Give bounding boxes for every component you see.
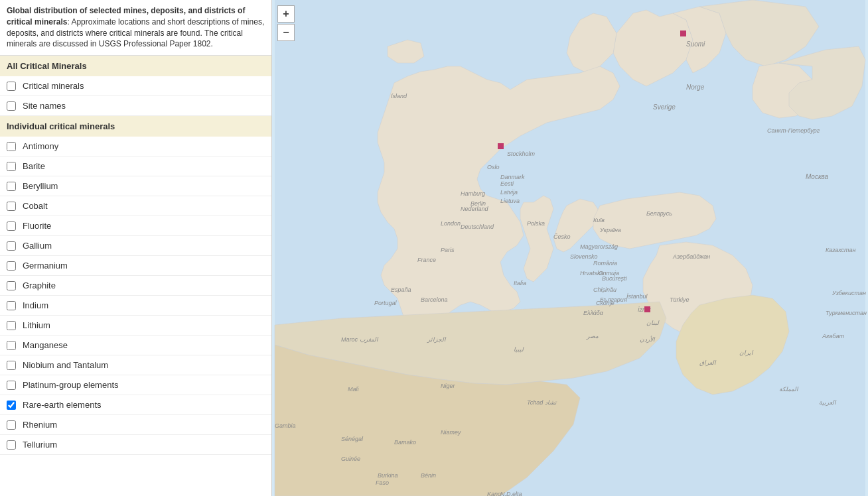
checkbox-item-cobalt[interactable]: Cobalt (0, 196, 271, 216)
label-slovensko: Slovensko (570, 253, 598, 260)
label-makedonia: Скопjе (596, 300, 615, 306)
checkbox-germanium[interactable] (7, 261, 16, 271)
label-uzbekistan: Узбекистан (832, 290, 866, 296)
label-antimony: Antimony (23, 141, 58, 151)
checkbox-rhenium[interactable] (7, 420, 16, 430)
label-mali: Mali (348, 386, 360, 393)
checkbox-item-tellurium[interactable]: Tellurium (0, 435, 271, 455)
map-svg: Norge Sverige Suomi Санкт-Петербург Моск… (272, 0, 868, 496)
checkbox-beryllium[interactable] (7, 182, 16, 191)
label-portugal: Portugal (374, 300, 398, 306)
checkbox-item-barite[interactable]: Barite (0, 156, 271, 176)
marker-finland (680, 31, 686, 36)
zoom-in-button[interactable]: + (277, 5, 295, 23)
label-london: London (441, 220, 461, 227)
label-barite: Barite (23, 161, 45, 171)
label-maroc: Maroc المغرب (341, 336, 379, 343)
label-latvija: Latvija (500, 189, 518, 196)
sidebar: Global distribution of selected mines, d… (0, 0, 272, 496)
label-barcelona: Barcelona (421, 296, 448, 303)
label-lietuva: Lietuva (500, 198, 520, 204)
label-azerbaijian: Азербайджан (672, 253, 710, 260)
label-niobium-tantalum: Niobium and Tantalum (23, 360, 108, 370)
marker-sweden (498, 143, 504, 149)
checkbox-gallium[interactable] (7, 241, 16, 251)
label-espana: España (391, 286, 411, 293)
checkbox-item-beryllium[interactable]: Beryllium (0, 176, 271, 196)
checkbox-platinum-group[interactable] (7, 381, 16, 390)
checkbox-item-antimony[interactable]: Antimony (0, 137, 271, 156)
label-egypt: مصر (586, 333, 599, 340)
label-niamey: Niamey (441, 429, 461, 436)
map-controls: + − (277, 5, 295, 41)
intro-section: Global distribution of selected mines, d… (0, 0, 271, 56)
checkbox-graphite[interactable] (7, 281, 16, 290)
checkbox-indium[interactable] (7, 301, 16, 310)
individual-minerals-header: Individual critical minerals (0, 116, 271, 137)
label-istanbul: İstanbul (626, 293, 648, 300)
checkbox-fluorite[interactable] (7, 221, 16, 231)
checkbox-item-gallium[interactable]: Gallium (0, 236, 271, 256)
label-turkiye: Türkiye (670, 296, 689, 303)
individual-minerals-list: AntimonyBariteBerylliumCobaltFluoriteGal… (0, 137, 271, 455)
label-faso: Faso (376, 479, 389, 486)
all-minerals-list: Critical mineralsSite names (0, 76, 271, 116)
checkbox-niobium-tantalum[interactable] (7, 361, 16, 370)
checkbox-antimony[interactable] (7, 142, 16, 151)
label-fluorite: Fluorite (23, 221, 51, 231)
checkbox-lithium[interactable] (7, 321, 16, 330)
svg-text:Сптиja: Сптиja (599, 270, 619, 277)
label-france: France (417, 257, 436, 263)
checkbox-item-lithium[interactable]: Lithium (0, 316, 271, 336)
label-turkmenistan: Туркменистан (826, 310, 867, 316)
label-suomi: Suomi (686, 40, 705, 48)
checkbox-manganese[interactable] (7, 341, 16, 350)
zoom-out-button[interactable]: − (277, 24, 295, 41)
checkbox-item-rhenium[interactable]: Rhenium (0, 415, 271, 435)
checkbox-critical-minerals[interactable] (7, 82, 16, 91)
checkbox-item-critical-minerals[interactable]: Critical minerals (0, 76, 271, 96)
checkbox-item-niobium-tantalum[interactable]: Niobium and Tantalum (0, 355, 271, 375)
label-arabia: المملكة (779, 386, 799, 393)
label-senegal: Sénégal (341, 436, 364, 442)
label-arabia2: العربية (819, 399, 837, 406)
map-container: + − (272, 0, 868, 496)
label-liban: لبنان (646, 320, 660, 326)
label-kyiv: Київ (593, 217, 605, 223)
label-ellada: Ελλάδα (583, 310, 604, 316)
label-beryllium: Beryllium (23, 181, 58, 191)
label-belarus: Беларусь (646, 210, 672, 217)
label-lithium: Lithium (23, 320, 50, 330)
label-italia: Italia (514, 280, 526, 286)
checkbox-item-rare-earth[interactable]: Rare-earth elements (0, 395, 271, 415)
label-gallium: Gallium (23, 241, 52, 251)
checkbox-item-site-names[interactable]: Site names (0, 96, 271, 116)
label-saint-petersburg: Санкт-Петербург (767, 127, 820, 134)
label-niger: Niger (441, 383, 456, 389)
label-gambia: Gambia (275, 422, 296, 429)
label-polska: Polska (527, 220, 545, 227)
label-graphite: Graphite (23, 280, 56, 290)
checkbox-barite[interactable] (7, 162, 16, 171)
checkbox-item-graphite[interactable]: Graphite (0, 276, 271, 296)
checkbox-item-germanium[interactable]: Germanium (0, 256, 271, 276)
label-stockholm: Stockholm (507, 151, 536, 157)
checkbox-item-manganese[interactable]: Manganese (0, 336, 271, 355)
label-bamako: Bamako (394, 439, 416, 446)
label-libya: ليبيا (514, 346, 524, 353)
checkbox-tellurium[interactable] (7, 440, 16, 450)
label-benin: Bénin (421, 472, 436, 479)
label-oslo: Oslo (487, 164, 500, 170)
checkbox-item-indium[interactable]: Indium (0, 296, 271, 316)
checkbox-site-names[interactable] (7, 101, 16, 111)
checkbox-rare-earth[interactable] (7, 401, 16, 410)
label-critical-minerals: Critical minerals (23, 81, 84, 91)
checkbox-cobalt[interactable] (7, 202, 16, 211)
label-norge: Norge (686, 84, 705, 91)
label-eesti: Eesti (500, 180, 514, 187)
checkbox-item-platinum-group[interactable]: Platinum-group elements (0, 375, 271, 395)
label-magyarorsag: Magyarország (580, 243, 618, 250)
label-iraq: العراق (699, 359, 717, 367)
checkbox-item-fluorite[interactable]: Fluorite (0, 216, 271, 236)
label-iran: ایران (739, 349, 754, 357)
